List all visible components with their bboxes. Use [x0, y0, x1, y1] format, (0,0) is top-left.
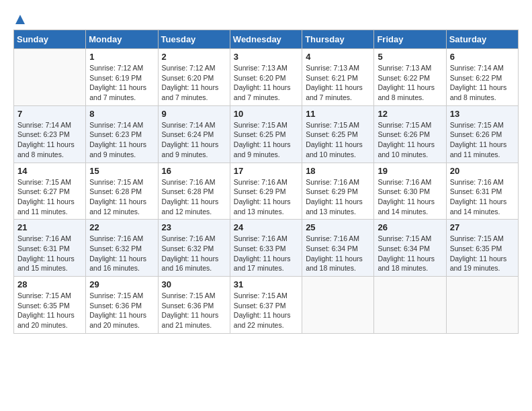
header-tuesday: Tuesday: [158, 30, 230, 49]
svg-marker-0: [15, 15, 25, 24]
day-number: 27: [450, 222, 515, 232]
logo: [13, 13, 27, 23]
day-info: Sunrise: 7:16 AMSunset: 6:29 PMDaylight:…: [306, 177, 370, 217]
calendar-header-row: SundayMondayTuesdayWednesdayThursdayFrid…: [14, 30, 519, 49]
day-number: 16: [162, 166, 226, 176]
header-thursday: Thursday: [302, 30, 374, 49]
calendar-cell: [14, 49, 86, 106]
day-info: Sunrise: 7:16 AMSunset: 6:32 PMDaylight:…: [162, 234, 226, 273]
day-info: Sunrise: 7:12 AMSunset: 6:20 PMDaylight:…: [162, 63, 226, 103]
calendar-week-1: 1Sunrise: 7:12 AMSunset: 6:19 PMDaylight…: [14, 49, 519, 106]
header-saturday: Saturday: [446, 30, 518, 49]
day-info: Sunrise: 7:14 AMSunset: 6:24 PMDaylight:…: [162, 120, 226, 160]
day-info: Sunrise: 7:16 AMSunset: 6:34 PMDaylight:…: [306, 234, 370, 273]
day-number: 24: [234, 222, 298, 232]
calendar-cell: 11Sunrise: 7:15 AMSunset: 6:25 PMDayligh…: [302, 105, 374, 163]
day-number: 20: [450, 166, 515, 176]
calendar-cell: 23Sunrise: 7:16 AMSunset: 6:32 PMDayligh…: [158, 220, 230, 277]
calendar-cell: 26Sunrise: 7:15 AMSunset: 6:34 PMDayligh…: [374, 220, 446, 277]
day-number: 10: [234, 109, 298, 119]
calendar-cell: 7Sunrise: 7:14 AMSunset: 6:23 PMDaylight…: [14, 105, 86, 163]
calendar-cell: 2Sunrise: 7:12 AMSunset: 6:20 PMDaylight…: [158, 49, 230, 106]
day-number: 3: [234, 52, 298, 62]
day-number: 9: [162, 109, 226, 119]
day-info: Sunrise: 7:14 AMSunset: 6:23 PMDaylight:…: [89, 120, 154, 160]
day-number: 25: [306, 222, 370, 232]
day-info: Sunrise: 7:13 AMSunset: 6:21 PMDaylight:…: [306, 63, 370, 103]
calendar-week-4: 21Sunrise: 7:16 AMSunset: 6:31 PMDayligh…: [14, 220, 519, 277]
calendar-cell: 31Sunrise: 7:15 AMSunset: 6:37 PMDayligh…: [230, 277, 302, 334]
calendar-cell: 1Sunrise: 7:12 AMSunset: 6:19 PMDaylight…: [86, 49, 158, 106]
calendar-cell: 28Sunrise: 7:15 AMSunset: 6:35 PMDayligh…: [14, 277, 86, 334]
day-info: Sunrise: 7:15 AMSunset: 6:27 PMDaylight:…: [17, 177, 82, 217]
day-number: 11: [306, 109, 370, 119]
day-number: 30: [162, 279, 226, 289]
calendar-cell: 10Sunrise: 7:15 AMSunset: 6:25 PMDayligh…: [230, 105, 302, 163]
calendar-cell: 29Sunrise: 7:15 AMSunset: 6:36 PMDayligh…: [86, 277, 158, 334]
calendar-cell: 8Sunrise: 7:14 AMSunset: 6:23 PMDaylight…: [86, 105, 158, 163]
day-info: Sunrise: 7:16 AMSunset: 6:31 PMDaylight:…: [450, 177, 515, 217]
day-number: 1: [89, 52, 154, 62]
calendar-cell: 19Sunrise: 7:16 AMSunset: 6:30 PMDayligh…: [374, 163, 446, 220]
calendar-cell: [302, 277, 374, 334]
calendar-cell: 18Sunrise: 7:16 AMSunset: 6:29 PMDayligh…: [302, 163, 374, 220]
day-number: 18: [306, 166, 370, 176]
calendar-cell: 15Sunrise: 7:15 AMSunset: 6:28 PMDayligh…: [86, 163, 158, 220]
day-info: Sunrise: 7:16 AMSunset: 6:29 PMDaylight:…: [234, 177, 298, 217]
day-number: 6: [450, 52, 515, 62]
calendar-cell: 30Sunrise: 7:15 AMSunset: 6:36 PMDayligh…: [158, 277, 230, 334]
calendar-cell: [446, 277, 518, 334]
day-number: 21: [17, 222, 82, 232]
day-info: Sunrise: 7:16 AMSunset: 6:30 PMDaylight:…: [378, 177, 442, 217]
calendar-cell: 25Sunrise: 7:16 AMSunset: 6:34 PMDayligh…: [302, 220, 374, 277]
day-info: Sunrise: 7:15 AMSunset: 6:36 PMDaylight:…: [162, 291, 226, 330]
day-number: 5: [378, 52, 442, 62]
calendar-cell: 5Sunrise: 7:13 AMSunset: 6:22 PMDaylight…: [374, 49, 446, 106]
day-number: 2: [162, 52, 226, 62]
calendar-cell: 24Sunrise: 7:16 AMSunset: 6:33 PMDayligh…: [230, 220, 302, 277]
day-info: Sunrise: 7:16 AMSunset: 6:28 PMDaylight:…: [162, 177, 226, 217]
day-number: 7: [17, 109, 82, 119]
calendar-week-5: 28Sunrise: 7:15 AMSunset: 6:35 PMDayligh…: [14, 277, 519, 334]
calendar-cell: 21Sunrise: 7:16 AMSunset: 6:31 PMDayligh…: [14, 220, 86, 277]
day-info: Sunrise: 7:14 AMSunset: 6:22 PMDaylight:…: [450, 63, 515, 103]
header-monday: Monday: [86, 30, 158, 49]
calendar-cell: 9Sunrise: 7:14 AMSunset: 6:24 PMDaylight…: [158, 105, 230, 163]
calendar-cell: 20Sunrise: 7:16 AMSunset: 6:31 PMDayligh…: [446, 163, 518, 220]
day-number: 14: [17, 166, 82, 176]
day-number: 26: [378, 222, 442, 232]
header-sunday: Sunday: [14, 30, 86, 49]
day-info: Sunrise: 7:16 AMSunset: 6:33 PMDaylight:…: [234, 234, 298, 273]
calendar-cell: 17Sunrise: 7:16 AMSunset: 6:29 PMDayligh…: [230, 163, 302, 220]
day-number: 4: [306, 52, 370, 62]
day-info: Sunrise: 7:15 AMSunset: 6:28 PMDaylight:…: [89, 177, 154, 217]
day-info: Sunrise: 7:14 AMSunset: 6:23 PMDaylight:…: [17, 120, 82, 160]
header-wednesday: Wednesday: [230, 30, 302, 49]
calendar-week-3: 14Sunrise: 7:15 AMSunset: 6:27 PMDayligh…: [14, 163, 519, 220]
day-info: Sunrise: 7:16 AMSunset: 6:32 PMDaylight:…: [89, 234, 154, 273]
day-number: 19: [378, 166, 442, 176]
day-info: Sunrise: 7:15 AMSunset: 6:26 PMDaylight:…: [378, 120, 442, 160]
day-number: 12: [378, 109, 442, 119]
calendar-cell: 22Sunrise: 7:16 AMSunset: 6:32 PMDayligh…: [86, 220, 158, 277]
day-number: 13: [450, 109, 515, 119]
calendar-cell: [374, 277, 446, 334]
day-info: Sunrise: 7:15 AMSunset: 6:35 PMDaylight:…: [450, 234, 515, 273]
calendar-cell: 16Sunrise: 7:16 AMSunset: 6:28 PMDayligh…: [158, 163, 230, 220]
day-number: 22: [89, 222, 154, 232]
page-header: [13, 13, 519, 23]
day-info: Sunrise: 7:15 AMSunset: 6:35 PMDaylight:…: [17, 291, 82, 330]
calendar-table: SundayMondayTuesdayWednesdayThursdayFrid…: [13, 30, 519, 334]
calendar-cell: 12Sunrise: 7:15 AMSunset: 6:26 PMDayligh…: [374, 105, 446, 163]
day-info: Sunrise: 7:13 AMSunset: 6:22 PMDaylight:…: [378, 63, 442, 103]
calendar-cell: 6Sunrise: 7:14 AMSunset: 6:22 PMDaylight…: [446, 49, 518, 106]
day-info: Sunrise: 7:15 AMSunset: 6:26 PMDaylight:…: [450, 120, 515, 160]
calendar-week-2: 7Sunrise: 7:14 AMSunset: 6:23 PMDaylight…: [14, 105, 519, 163]
day-info: Sunrise: 7:16 AMSunset: 6:31 PMDaylight:…: [17, 234, 82, 273]
day-number: 17: [234, 166, 298, 176]
logo-icon: [14, 13, 26, 26]
day-number: 15: [89, 166, 154, 176]
calendar-cell: 27Sunrise: 7:15 AMSunset: 6:35 PMDayligh…: [446, 220, 518, 277]
day-info: Sunrise: 7:15 AMSunset: 6:37 PMDaylight:…: [234, 291, 298, 330]
calendar-cell: 14Sunrise: 7:15 AMSunset: 6:27 PMDayligh…: [14, 163, 86, 220]
